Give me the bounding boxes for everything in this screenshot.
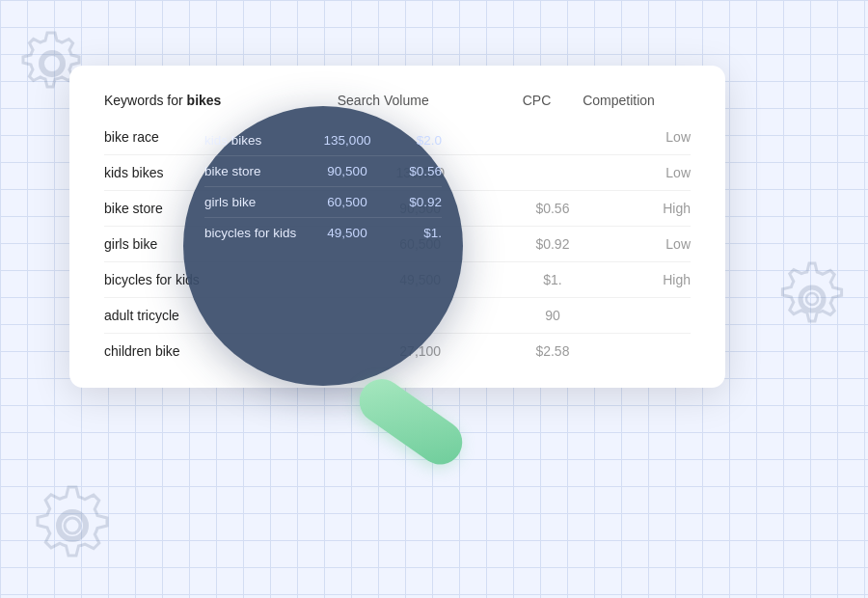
col-header-cpc: CPC xyxy=(503,93,583,120)
gear-icon-bottom-left xyxy=(29,482,116,569)
cell-competition: Low xyxy=(583,227,691,262)
mag-keyword: bicycles for kids xyxy=(204,226,301,240)
mag-cpc: $0.56 xyxy=(393,164,442,178)
magnifier-row: kids bikes 135,000 $2.0 xyxy=(204,133,442,156)
cell-cpc: $0.56 xyxy=(503,191,583,227)
svg-point-0 xyxy=(59,512,86,539)
svg-point-1 xyxy=(65,518,80,533)
cell-competition: High xyxy=(583,191,691,227)
cell-cpc: $1. xyxy=(503,262,583,298)
gear-icon-right xyxy=(773,260,851,338)
magnifier-row: bicycles for kids 49,500 $1. xyxy=(204,218,442,248)
mag-volume: 135,000 xyxy=(318,133,376,148)
col-header-competition: Competition xyxy=(583,93,691,120)
cell-cpc: 90 xyxy=(503,298,583,334)
svg-point-3 xyxy=(806,293,818,305)
mag-keyword: kids bikes xyxy=(204,133,301,148)
mag-cpc: $1. xyxy=(393,226,442,240)
magnifier-row: girls bike 60,500 $0.92 xyxy=(204,187,442,218)
magnifier: kids bikes 135,000 $2.0 bike store 90,50… xyxy=(183,106,492,415)
mag-volume: 60,500 xyxy=(318,195,376,209)
mag-cpc: $0.92 xyxy=(393,195,442,209)
mag-volume: 90,500 xyxy=(318,164,376,178)
mag-keyword: bike store xyxy=(204,164,301,178)
mag-volume: 49,500 xyxy=(318,226,376,240)
cell-competition: High xyxy=(583,262,691,298)
cell-competition xyxy=(583,334,691,369)
cell-competition: Low xyxy=(583,155,691,191)
cell-cpc xyxy=(503,155,583,191)
magnifier-row: bike store 90,500 $0.56 xyxy=(204,156,442,187)
svg-point-2 xyxy=(800,287,824,311)
mag-keyword: girls bike xyxy=(204,195,301,209)
cell-cpc: $2.58 xyxy=(503,334,583,369)
magnifier-content: kids bikes 135,000 $2.0 bike store 90,50… xyxy=(204,133,442,248)
cell-competition xyxy=(583,298,691,334)
cell-cpc: $0.92 xyxy=(503,227,583,262)
mag-cpc: $2.0 xyxy=(393,133,442,148)
cell-cpc xyxy=(503,120,583,155)
cell-competition: Low xyxy=(583,120,691,155)
